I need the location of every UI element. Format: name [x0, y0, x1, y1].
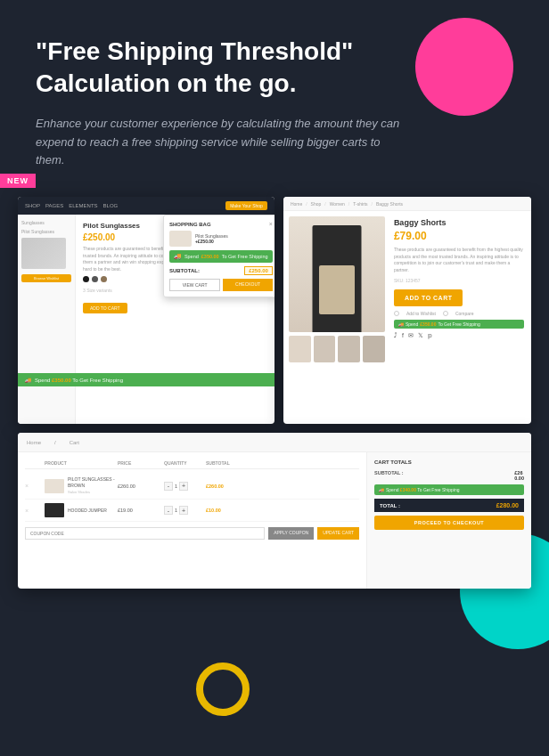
qty-increase-1[interactable]: +: [179, 482, 188, 491]
product-detail-price: £79.00: [394, 230, 524, 242]
pinterest-icon[interactable]: 𝕡: [428, 332, 432, 339]
compare-label[interactable]: Compare: [455, 311, 474, 316]
remove-item-2-button[interactable]: ×: [25, 508, 43, 514]
truck-icon: 🚚: [174, 253, 182, 260]
screenshot-cart: Home / Cart PRODUCT PRICE QUANTITY SUBTO…: [18, 433, 531, 589]
add-to-cart-big-button[interactable]: ADD TO CART: [394, 289, 463, 306]
item-1-info: PILOT SUNGLASSES - BROWNSalon Shades: [45, 476, 116, 495]
nav-bar: SHOP PAGES ELEMENTS BLOG Make Your Shop: [18, 197, 274, 215]
wishlist-label[interactable]: Add to Wishlist: [406, 311, 436, 316]
product-thumb-4[interactable]: [363, 336, 385, 362]
item-1-thumb: [45, 479, 64, 493]
sidebar-product-thumb: [21, 238, 66, 269]
cart-item-image: [169, 231, 192, 247]
sidebar-breadcrumb: Sunglasses: [21, 220, 71, 225]
apply-coupon-button[interactable]: APPLY COUPON: [268, 527, 314, 540]
color-dot-gray[interactable]: [92, 276, 98, 282]
proceed-to-checkout-button[interactable]: PROCEED TO CHECKOUT: [374, 516, 524, 530]
qty-decrease-1[interactable]: -: [164, 482, 173, 491]
cart-header: Home / Cart: [18, 433, 531, 452]
cart-total-label: TOTAL :: [380, 503, 400, 508]
cart-popup: SHOPPING BAG × Pilot Sunglasses +£250.00…: [163, 215, 274, 297]
product-detail-nav: Home / Shop / Women / T-shirts / Baggy S…: [283, 197, 531, 211]
screenshots-row1: SHOP PAGES ELEMENTS BLOG Make Your Shop …: [18, 197, 531, 424]
subtotal-value: £250.00: [244, 266, 273, 275]
cart-shipping-icon: 🚚: [379, 487, 384, 492]
bottom-shipping-banner: 🚚 Spend £350.00 To Get Free Shipping: [18, 373, 274, 386]
item-2-price: £19.00: [118, 508, 162, 513]
add-to-cart-button[interactable]: ADD TO CART: [83, 303, 127, 313]
cart-totals-shipping-bar: 🚚 Spend £340.00 To Get Free Shipping: [374, 484, 524, 495]
color-dot-brown[interactable]: [101, 276, 107, 282]
product-detail-name: Baggy Shorts: [394, 218, 524, 227]
main-title: "Free Shipping Threshold" Calculation on…: [36, 36, 410, 101]
col-subtotal: SUBTOTAL: [206, 460, 255, 466]
product-detail-desc: These products are guaranteed to benefit…: [394, 247, 524, 273]
cart-breadcrumb-home[interactable]: Home: [27, 440, 41, 445]
qty-decrease-2[interactable]: -: [164, 506, 173, 515]
item-2-qty-control: - 1 +: [164, 506, 204, 515]
nav-item-shop[interactable]: SHOP: [25, 203, 40, 208]
product-main-image[interactable]: [289, 216, 385, 332]
breadcrumb-baggy[interactable]: Baggy Shorts: [376, 201, 403, 207]
color-dot-black[interactable]: [83, 276, 89, 282]
qty-increase-2[interactable]: +: [179, 506, 188, 515]
cart-table-header: PRODUCT PRICE QUANTITY SUBTOTAL: [25, 458, 359, 469]
item-2-info: HOODED JUMPER: [45, 503, 116, 517]
view-cart-button[interactable]: VIEW CART: [169, 279, 221, 291]
qty-value-2: 1: [175, 508, 177, 513]
email-icon[interactable]: ✉: [408, 332, 414, 339]
cart-item: Pilot Sunglasses +£250.00: [169, 231, 273, 247]
checkout-button[interactable]: CHECKOUT: [223, 279, 273, 291]
item-2-subtotal: £10.00: [206, 508, 255, 513]
wishlist-checkbox[interactable]: [394, 311, 399, 316]
product-thumbnails: [289, 336, 385, 362]
qty-value-1: 1: [175, 484, 177, 489]
subtotal-row: SUBTOTAL: £250.00: [169, 266, 273, 275]
update-cart-button[interactable]: UPDATE CART: [317, 527, 359, 540]
col-product: PRODUCT: [45, 460, 116, 466]
header-section: "Free Shipping Threshold" Calculation on…: [0, 0, 549, 188]
nav-item-elements[interactable]: ELEMENTS: [69, 203, 97, 208]
nav-cta-btn[interactable]: Make Your Shop: [225, 201, 267, 210]
product-shipping-amount: £350.00: [420, 321, 436, 327]
cart-body: PRODUCT PRICE QUANTITY SUBTOTAL × PILOT …: [18, 452, 531, 589]
coupon-input[interactable]: [25, 527, 265, 540]
cart-subtotal-row: SUBTOTAL : £260.00: [374, 470, 524, 481]
breadcrumb-shop[interactable]: Shop: [311, 201, 322, 207]
shipping-text-pre: Spend: [184, 254, 199, 259]
share-icon[interactable]: ⤴: [394, 332, 397, 339]
facebook-icon[interactable]: f: [402, 332, 404, 339]
nav-item-blog[interactable]: BLOG: [103, 203, 119, 208]
product-thumb-3[interactable]: [338, 336, 360, 362]
col-remove: [25, 460, 43, 466]
remove-item-1-button[interactable]: ×: [25, 483, 43, 489]
product-detail-body: Baggy Shorts £79.00 These products are g…: [283, 211, 531, 424]
shipping-text-post: To Get Free Shipping: [222, 254, 268, 259]
subtotal-label: SUBTOTAL:: [169, 268, 200, 273]
cart-popup-title: SHOPPING BAG: [169, 222, 211, 227]
nav-item-pages[interactable]: PAGES: [45, 203, 63, 208]
breadcrumb-home[interactable]: Home: [291, 201, 302, 207]
new-badge: NEW: [0, 174, 36, 188]
product-thumb-1[interactable]: [289, 336, 311, 362]
item-2-thumb: [45, 503, 64, 517]
browse-wishlist-btn[interactable]: Browse Wishlist: [21, 274, 71, 282]
breadcrumb-tshirts[interactable]: T-shirts: [353, 201, 367, 207]
cart-table: PRODUCT PRICE QUANTITY SUBTOTAL × PILOT …: [18, 452, 366, 589]
cart-item-price: +£250.00: [195, 239, 228, 244]
cart-popup-header: SHOPPING BAG ×: [169, 221, 273, 227]
col-quantity: QUANTITY: [164, 460, 204, 466]
social-share-icons: ⤴ f ✉ 𝕏 𝕡: [394, 332, 524, 339]
breadcrumb-women[interactable]: Women: [330, 201, 345, 207]
cart-breadcrumb-cart[interactable]: Cart: [70, 440, 79, 445]
cart-close-icon[interactable]: ×: [269, 221, 273, 227]
cart-actions: VIEW CART CHECKOUT: [169, 279, 273, 291]
product-thumb-2[interactable]: [314, 336, 336, 362]
twitter-icon[interactable]: 𝕏: [418, 332, 423, 339]
cart-row-1: × PILOT SUNGLASSES - BROWNSalon Shades £…: [25, 473, 359, 500]
cart-row-2: × HOODED JUMPER £19.00 - 1 + £10.00: [25, 500, 359, 522]
subtitle-text: Enhance your customer experience by calc…: [36, 115, 410, 170]
compare-checkbox[interactable]: [443, 311, 448, 316]
item-2-name: HOODED JUMPER: [68, 508, 107, 514]
